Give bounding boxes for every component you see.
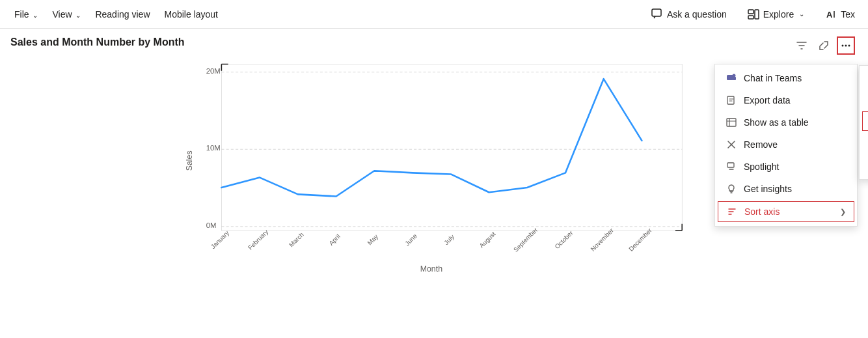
table-icon bbox=[726, 117, 737, 128]
topbar: File ⌄ View ⌄ Reading view Mobile layout… bbox=[0, 0, 868, 29]
svg-text:April: April bbox=[327, 232, 342, 247]
expand-icon-button[interactable] bbox=[815, 36, 833, 55]
remove-icon bbox=[726, 139, 737, 150]
teams-icon bbox=[726, 72, 737, 84]
svg-rect-31 bbox=[733, 77, 736, 80]
menu-remove-label: Remove bbox=[744, 139, 847, 150]
svg-rect-29 bbox=[727, 75, 733, 80]
svg-text:July: July bbox=[442, 233, 455, 246]
menu-item-export[interactable]: Export data bbox=[715, 89, 857, 111]
chart-title: Sales and Month Number by Month bbox=[10, 36, 858, 48]
sort-axis-chevron: ❯ bbox=[840, 208, 846, 216]
submenu-item-month[interactable]: Month bbox=[860, 68, 868, 89]
svg-point-7 bbox=[848, 45, 850, 47]
svg-text:10M: 10M bbox=[206, 144, 221, 152]
text-label: Tex bbox=[841, 9, 855, 20]
menu-export-label: Export data bbox=[744, 95, 847, 106]
svg-rect-3 bbox=[755, 10, 759, 19]
svg-rect-32 bbox=[727, 96, 734, 104]
submenu-item-month-number[interactable]: ✓ Month Number bbox=[862, 111, 868, 131]
submenu-item-sales[interactable]: Sales bbox=[860, 89, 868, 110]
svg-text:August: August bbox=[478, 230, 496, 249]
menu-item-insights[interactable]: Get insights bbox=[715, 178, 857, 200]
menu-mobile-layout[interactable]: Mobile layout bbox=[158, 7, 225, 22]
svg-text:Month: Month bbox=[420, 264, 442, 274]
export-icon bbox=[726, 94, 737, 106]
menu-view[interactable]: View ⌄ bbox=[46, 7, 87, 22]
svg-text:0M: 0M bbox=[206, 221, 217, 229]
menu-file[interactable]: File ⌄ bbox=[8, 7, 44, 22]
submenu-item-sort-desc[interactable]: Sort descending bbox=[860, 132, 868, 154]
svg-point-30 bbox=[733, 74, 736, 77]
svg-rect-0 bbox=[652, 9, 661, 16]
explore-chevron: ⌄ bbox=[799, 10, 804, 18]
explore-icon bbox=[748, 8, 759, 20]
svg-text:A: A bbox=[826, 10, 833, 20]
dropdown-menu: Chat in Teams Export data Show as a tabl… bbox=[714, 64, 858, 227]
svg-text:December: December bbox=[627, 227, 653, 253]
sort-axis-icon bbox=[726, 206, 738, 218]
svg-rect-34 bbox=[727, 163, 734, 167]
lightbulb-icon bbox=[726, 183, 737, 195]
topbar-right: Ask a question Explore ⌄ A Tex bbox=[646, 6, 860, 23]
svg-rect-2 bbox=[748, 16, 753, 19]
svg-text:October: October bbox=[553, 229, 575, 250]
svg-text:January: January bbox=[210, 229, 230, 250]
speech-bubble-icon bbox=[651, 8, 663, 20]
svg-text:Sales: Sales bbox=[185, 150, 194, 171]
menu-item-spotlight[interactable]: Spotlight bbox=[715, 156, 857, 178]
explore-button[interactable]: Explore ⌄ bbox=[742, 6, 809, 23]
explore-label: Explore bbox=[763, 9, 794, 20]
menu-item-chat[interactable]: Chat in Teams bbox=[715, 67, 857, 89]
menu-item-table[interactable]: Show as a table bbox=[715, 111, 857, 134]
menu-item-sort-axis[interactable]: Sort axis ❯ Month Sales ✓ Month Number bbox=[718, 201, 854, 222]
menu-insights-label: Get insights bbox=[744, 184, 847, 194]
svg-text:June: June bbox=[403, 232, 418, 247]
svg-text:May: May bbox=[366, 233, 379, 247]
submenu-item-sort-asc[interactable]: ✓ Sort ascending bbox=[860, 154, 868, 176]
svg-rect-1 bbox=[748, 10, 753, 14]
svg-point-6 bbox=[845, 45, 847, 47]
menu-reading-view[interactable]: Reading view bbox=[88, 7, 156, 22]
menu-sort-axis-label: Sort axis bbox=[744, 206, 834, 217]
submenu: Month Sales ✓ Month Number Sort descendi… bbox=[859, 65, 868, 180]
menu-spotlight-label: Spotlight bbox=[744, 162, 847, 172]
svg-point-5 bbox=[842, 45, 844, 47]
ask-question-button[interactable]: Ask a question bbox=[646, 6, 732, 23]
main-area: Sales and Month Number by Month Sales bbox=[0, 29, 868, 338]
svg-text:September: September bbox=[512, 226, 539, 253]
topbar-left: File ⌄ View ⌄ Reading view Mobile layout bbox=[8, 7, 644, 22]
svg-rect-15 bbox=[221, 64, 682, 231]
ask-question-label: Ask a question bbox=[667, 9, 727, 20]
menu-item-remove[interactable]: Remove bbox=[715, 134, 857, 156]
svg-text:February: February bbox=[247, 228, 269, 251]
menu-chat-label: Chat in Teams bbox=[744, 73, 847, 83]
text-button[interactable]: A Tex bbox=[820, 6, 860, 23]
svg-text:20M: 20M bbox=[206, 67, 221, 75]
more-options-button[interactable] bbox=[837, 36, 855, 55]
menu-table-label: Show as a table bbox=[744, 117, 847, 128]
chart-icons bbox=[793, 36, 855, 55]
svg-rect-33 bbox=[727, 119, 736, 126]
svg-text:March: March bbox=[288, 231, 305, 249]
svg-text:November: November bbox=[589, 227, 615, 253]
text-icon: A bbox=[825, 8, 837, 20]
filter-icon-button[interactable] bbox=[793, 36, 811, 55]
spotlight-icon bbox=[726, 161, 737, 173]
